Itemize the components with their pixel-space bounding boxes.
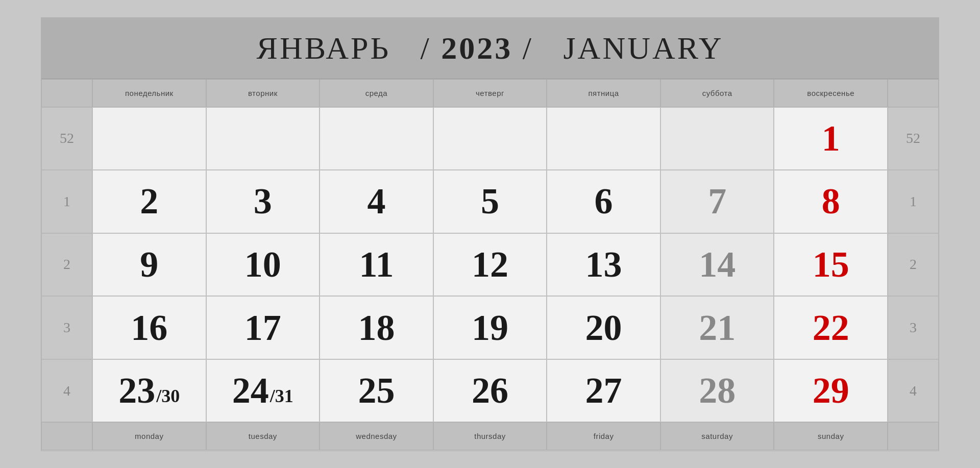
day-header-fri: пятница	[547, 79, 660, 107]
day-10: 10	[206, 233, 320, 297]
date-31: /31	[270, 385, 293, 407]
day-18: 18	[320, 296, 433, 359]
week-num-52-left: 52	[41, 107, 92, 170]
day-2: 2	[92, 170, 206, 233]
day-footer-thu: thursday	[433, 422, 547, 450]
day-23-30: 23/30	[92, 359, 206, 423]
divider1: /	[401, 31, 442, 65]
day-20: 20	[547, 296, 660, 359]
day-3: 3	[206, 170, 320, 233]
day-8: 8	[774, 170, 888, 233]
day-28: 28	[660, 359, 774, 423]
date-24: 24	[232, 370, 269, 412]
week-num-1-right: 1	[888, 170, 939, 233]
day-header-wed: среда	[320, 79, 433, 107]
day-13: 13	[547, 233, 660, 297]
day-25: 25	[320, 359, 433, 423]
day-12: 12	[433, 233, 547, 297]
day-5: 5	[433, 170, 547, 233]
day-14: 14	[660, 233, 774, 297]
day-footer-sat: saturday	[660, 422, 774, 450]
corner-bottom-right	[888, 422, 939, 450]
day-header-sat: суббота	[660, 79, 774, 107]
week-num-4-right: 4	[888, 359, 939, 423]
month-en: JANUARY	[563, 31, 723, 65]
year: 2023	[441, 31, 512, 65]
day-29: 29	[774, 359, 888, 423]
day-6: 6	[547, 170, 660, 233]
day-header-sun: воскресенье	[774, 79, 888, 107]
day-header-mon: понедельник	[92, 79, 206, 107]
week-num-2-right: 2	[888, 233, 939, 297]
corner-bottom-left	[41, 422, 92, 450]
date-30: /30	[156, 385, 180, 407]
day-7: 7	[660, 170, 774, 233]
day-9: 9	[92, 233, 206, 297]
day-15: 15	[774, 233, 888, 297]
week-num-2-left: 2	[41, 233, 92, 297]
calendar-grid: понедельник вторник среда четверг пятниц…	[41, 79, 939, 451]
divider2: /	[523, 31, 553, 65]
day-19: 19	[433, 296, 547, 359]
day-24-31: 24/31	[206, 359, 320, 423]
date-23: 23	[118, 370, 155, 412]
week-num-52-right: 52	[888, 107, 939, 170]
day-footer-wed: wednesday	[320, 422, 433, 450]
day-cell-empty-3	[320, 107, 433, 170]
calendar: ЯНВАРЬ / 2023 / JANUARY понедельник втор…	[41, 17, 939, 451]
day-11: 11	[320, 233, 433, 297]
calendar-title: ЯНВАРЬ / 2023 / JANUARY	[257, 30, 724, 66]
day-header-thu: четверг	[433, 79, 547, 107]
day-header-tue: вторник	[206, 79, 320, 107]
day-cell-empty-4	[433, 107, 547, 170]
day-cell-empty-6	[660, 107, 774, 170]
day-22: 22	[774, 296, 888, 359]
day-16: 16	[92, 296, 206, 359]
corner-top-right	[888, 79, 939, 107]
double-date-mon: 23/30	[118, 370, 180, 412]
day-cell-empty-1	[92, 107, 206, 170]
calendar-header: ЯНВАРЬ / 2023 / JANUARY	[41, 18, 939, 79]
week-num-3-left: 3	[41, 296, 92, 359]
day-27: 27	[547, 359, 660, 423]
week-num-3-right: 3	[888, 296, 939, 359]
day-footer-mon: monday	[92, 422, 206, 450]
week-num-4-left: 4	[41, 359, 92, 423]
day-1: 1	[774, 107, 888, 170]
day-footer-tue: tuesday	[206, 422, 320, 450]
double-date-tue: 24/31	[232, 370, 293, 412]
day-4: 4	[320, 170, 433, 233]
corner-top-left	[41, 79, 92, 107]
day-17: 17	[206, 296, 320, 359]
day-cell-empty-5	[547, 107, 660, 170]
day-26: 26	[433, 359, 547, 423]
day-footer-fri: friday	[547, 422, 660, 450]
week-num-1-left: 1	[41, 170, 92, 233]
day-cell-empty-2	[206, 107, 320, 170]
day-21: 21	[660, 296, 774, 359]
day-footer-sun: sunday	[774, 422, 888, 450]
month-ru: ЯНВАРЬ	[257, 31, 390, 65]
